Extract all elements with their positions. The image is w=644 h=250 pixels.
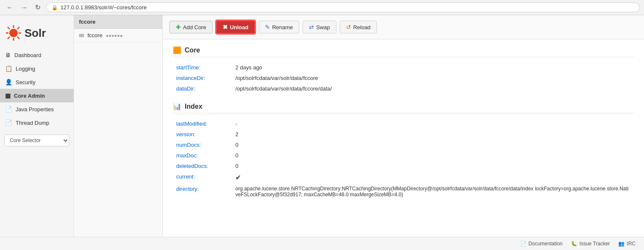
core-section-title: Core xyxy=(185,47,200,54)
field-key: instanceDir: xyxy=(173,73,232,83)
swap-label: Swap xyxy=(316,24,330,30)
field-value: /opt/solrfcdata/var/solr/data/fccore xyxy=(232,73,634,83)
irc-link[interactable]: 👥 IRC xyxy=(618,241,636,247)
documentation-link[interactable]: 📄 Documentation xyxy=(520,241,563,247)
reload-button[interactable]: ↺ Reload xyxy=(340,21,377,33)
thread-dump-icon: 📄 xyxy=(5,119,12,126)
field-key: directory: xyxy=(173,184,232,200)
back-button[interactable]: ← xyxy=(4,3,15,12)
address-bar: 🔒 127.0.0.1:8983/solr/#/~cores/fccore xyxy=(46,3,640,12)
logging-icon: 📋 xyxy=(5,65,12,72)
field-key: numDocs: xyxy=(173,140,232,150)
field-value: - xyxy=(232,118,634,129)
swap-button[interactable]: ⇄ Swap xyxy=(303,21,336,33)
irc-label: IRC xyxy=(627,241,636,247)
forward-button[interactable]: → xyxy=(19,3,30,12)
browser-chrome: ← → ↻ 🔒 127.0.0.1:8983/solr/#/~cores/fcc… xyxy=(0,0,644,15)
rename-icon: ✎ xyxy=(265,24,270,30)
reload-label: Reload xyxy=(353,24,371,30)
field-key: dataDir: xyxy=(173,83,232,94)
dashboard-icon: 🖥 xyxy=(5,52,11,58)
core-list-item[interactable]: fccore ●●●●●● xyxy=(74,29,162,42)
sidebar-label-security: Security xyxy=(16,79,35,85)
swap-icon: ⇄ xyxy=(309,24,314,30)
sidebar-item-java-properties[interactable]: 📄 Java Properties xyxy=(0,102,74,116)
field-key: maxDoc: xyxy=(173,150,232,161)
documentation-icon: 📄 xyxy=(520,241,527,247)
solr-logo-icon xyxy=(5,25,22,41)
table-row: version: 2 xyxy=(173,129,634,140)
field-value: 0 xyxy=(232,161,634,171)
core-selector[interactable]: Core Selector xyxy=(4,135,69,146)
field-value: 0 xyxy=(232,150,634,161)
right-content: ✚ Add Core ✖ Unload ✎ Rename ⇄ Swap xyxy=(163,15,644,237)
sidebar-item-dashboard[interactable]: 🖥 Dashboard xyxy=(0,48,74,62)
table-row: instanceDir: /opt/solrfcdata/var/solr/da… xyxy=(173,73,634,83)
issue-tracker-link[interactable]: 🐛 Issue Tracker xyxy=(571,241,610,247)
core-selector-wrapper: Core Selector xyxy=(0,131,74,150)
sidebar-label-logging: Logging xyxy=(16,66,35,72)
core-list-header: fccore xyxy=(74,15,162,29)
issue-tracker-icon: 🐛 xyxy=(571,241,577,247)
field-value: 0 xyxy=(232,140,634,150)
table-row: directory: org.apache.lucene.store.NRTCa… xyxy=(173,184,634,200)
field-key: lastModified: xyxy=(173,118,232,129)
sidebar-item-logging[interactable]: 📋 Logging xyxy=(0,62,74,75)
content-split: fccore fccore ●●●●●● ✚ Add Core ✖ xyxy=(74,15,644,237)
field-value: 2 days ago xyxy=(232,62,634,73)
url-text: 127.0.0.1:8983/solr/#/~cores/fccore xyxy=(60,4,147,11)
core-section-header: 🟧 Core xyxy=(173,46,634,57)
field-value: ✔ xyxy=(232,171,634,184)
field-key: deletedDocs: xyxy=(173,161,232,171)
add-icon: ✚ xyxy=(176,24,181,30)
field-key: version: xyxy=(173,129,232,140)
core-status-indicator xyxy=(79,34,84,37)
solr-logo-text: Solr xyxy=(25,27,46,40)
sidebar: Solr 🖥 Dashboard 📋 Logging 👤 Security ▦ … xyxy=(0,15,74,237)
table-row: deletedDocs: 0 xyxy=(173,161,634,171)
field-value: org.apache.lucene.store.NRTCachingDirect… xyxy=(232,184,634,200)
index-section-header: 📊 Index xyxy=(173,102,634,113)
sidebar-item-core-admin[interactable]: ▦ Core Admin xyxy=(0,89,74,102)
footer: 📄 Documentation 🐛 Issue Tracker 👥 IRC xyxy=(0,237,644,250)
core-list-item-detail: ●●●●●● xyxy=(106,33,123,38)
rename-label: Rename xyxy=(272,24,293,30)
reload-icon: ↺ xyxy=(346,24,351,30)
unload-label: Unload xyxy=(230,24,248,30)
sidebar-label-java-properties: Java Properties xyxy=(16,106,54,113)
app-wrapper: Solr 🖥 Dashboard 📋 Logging 👤 Security ▦ … xyxy=(0,15,644,250)
sidebar-label-thread-dump: Thread Dump xyxy=(16,120,49,126)
add-core-button[interactable]: ✚ Add Core xyxy=(169,21,213,33)
sidebar-item-thread-dump[interactable]: 📄 Thread Dump xyxy=(0,116,74,129)
unload-button[interactable]: ✖ Unload xyxy=(216,20,255,34)
documentation-label: Documentation xyxy=(529,241,563,247)
table-row: numDocs: 0 xyxy=(173,140,634,150)
issue-tracker-label: Issue Tracker xyxy=(579,241,610,247)
core-admin-icon: ▦ xyxy=(5,92,11,99)
field-value: 2 xyxy=(232,129,634,140)
java-properties-icon: 📄 xyxy=(5,106,12,113)
sidebar-item-security[interactable]: 👤 Security xyxy=(0,75,74,89)
rename-button[interactable]: ✎ Rename xyxy=(259,21,299,33)
field-key: current: xyxy=(173,171,232,184)
security-icon: 👤 xyxy=(5,79,12,85)
sidebar-label-dashboard: Dashboard xyxy=(14,52,41,58)
field-key: startTime: xyxy=(173,62,232,73)
sidebar-label-core-admin: Core Admin xyxy=(14,93,45,99)
svg-line-8 xyxy=(8,37,10,39)
table-row: startTime: 2 days ago xyxy=(173,62,634,73)
reload-button[interactable]: ↻ xyxy=(33,3,43,12)
table-row: maxDoc: 0 xyxy=(173,150,634,161)
index-section-title: Index xyxy=(185,103,202,110)
table-row: current: ✔ xyxy=(173,171,634,184)
core-info: 🟧 Core startTime: 2 days ago instanceDir… xyxy=(163,39,644,237)
toolbar: ✚ Add Core ✖ Unload ✎ Rename ⇄ Swap xyxy=(163,15,644,39)
add-core-label: Add Core xyxy=(183,24,206,30)
irc-icon: 👥 xyxy=(618,241,625,247)
main-layout: Solr 🖥 Dashboard 📋 Logging 👤 Security ▦ … xyxy=(0,15,644,237)
svg-point-0 xyxy=(9,29,18,37)
table-row: dataDir: /opt/solrfcdata/var/solr/data/f… xyxy=(173,83,634,94)
table-row: lastModified: - xyxy=(173,118,634,129)
core-section-icon: 🟧 xyxy=(173,46,181,54)
svg-line-6 xyxy=(17,37,19,39)
